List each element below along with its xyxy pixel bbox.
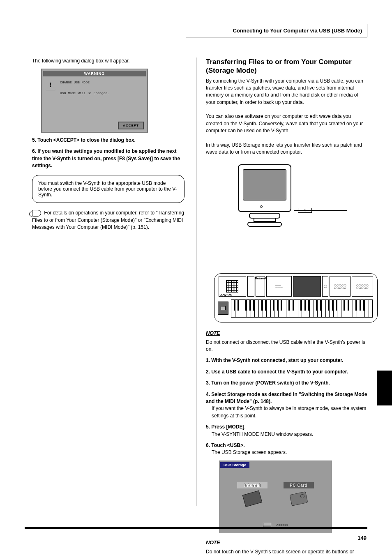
step-number: 6. xyxy=(32,148,36,154)
tip-box: You must switch the V-Synth to the appro… xyxy=(32,175,184,203)
chapter-thumb-tab xyxy=(377,371,392,405)
usb-storage-tab: USB Storage xyxy=(220,462,249,468)
usb-cable xyxy=(347,210,348,268)
note-2: NOTE Do not touch on the V-Synth's touch… xyxy=(206,539,367,555)
pointing-hand-icon xyxy=(32,210,41,216)
note-icon: NOTE xyxy=(206,329,220,337)
footer-rule xyxy=(25,527,367,532)
right-step5: 5. Press [MODE]. The V-SYNTH MODE MENU w… xyxy=(206,424,367,438)
access-lamp-icon xyxy=(263,523,271,527)
connection-diagram: ⎘ Roland V-Synth ▭▭▭▭▭▭▭ ◯ ◯◯◯◯◯◯◯◯◯◯ xyxy=(217,160,367,325)
right-step4: 4. Select Storage mode as described in "… xyxy=(206,391,367,420)
screenshot-warning-dialog: WARNING ! CHANGE USB MODE USB Mode Will … xyxy=(41,69,148,132)
note-icon: NOTE xyxy=(206,539,220,547)
section-heading: Transferring Files to or from Your Compu… xyxy=(206,58,367,75)
chip-icon xyxy=(242,491,263,507)
left-step5: 5. Touch <ACCEPT> to close the dialog bo… xyxy=(32,137,184,144)
right-step3: 3. Turn on the power (POWER switch) of t… xyxy=(206,380,367,387)
usb-cable xyxy=(294,210,347,211)
step6-text: If you want the settings you modified to… xyxy=(32,148,180,168)
left-step6: 6. If you want the settings you modified… xyxy=(32,148,184,169)
hint: For details on operations in your comput… xyxy=(32,210,184,231)
page-number: 149 xyxy=(357,535,367,541)
v-synth-keyboard-icon: Roland V-Synth ▭▭▭▭▭▭▭ ◯ ◯◯◯◯◯◯◯◯◯◯ ◯◯◯◯… xyxy=(214,273,378,322)
warning-line1: CHANGE USB MODE xyxy=(60,80,109,85)
hint-text: For details on operations in your comput… xyxy=(32,210,184,230)
accept-button: ACCEPT xyxy=(118,122,144,129)
screenshot-usb-storage: USB Storage Internal PC Card Access xyxy=(219,461,332,533)
internal-button: Internal xyxy=(237,482,267,509)
right-step2: 2. Use a USB cable to connect the V-Synt… xyxy=(206,368,367,375)
warning-line2: USB Mode Will Be Changed. xyxy=(60,91,109,96)
intro-text: By connecting the V-Synth with your comp… xyxy=(206,78,367,156)
computer-monitor-icon xyxy=(238,164,291,227)
right-column: Transferring Files to or from Your Compu… xyxy=(195,58,367,520)
left-body-1: The following warning dialog box will ap… xyxy=(32,58,184,64)
note-1: NOTE Do not connect or disconnect the US… xyxy=(206,329,367,353)
pc-card-slot-icon xyxy=(218,302,228,315)
right-step1: 1. With the V-Synth not connected, start… xyxy=(206,357,367,364)
warning-titlebar: WARNING xyxy=(43,71,146,76)
page-header-title: Connecting to Your Computer via USB (USB… xyxy=(186,24,367,37)
left-column: The following warning dialog box will ap… xyxy=(32,58,195,520)
right-step6: 6. Touch <USB>. The USB Storage screen a… xyxy=(206,442,367,456)
step-number: 5. xyxy=(32,137,36,143)
pc-card-icon xyxy=(289,491,308,506)
warning-triangle-icon: ! xyxy=(45,80,56,91)
note1-text: Do not connect or disconnect the USB cab… xyxy=(206,339,365,352)
note2-text: Do not touch on the V-Synth's touch scre… xyxy=(206,549,354,555)
step5-text: Touch <ACCEPT> to close the dialog box. xyxy=(37,137,135,143)
pc-card-button: PC Card xyxy=(284,482,314,509)
